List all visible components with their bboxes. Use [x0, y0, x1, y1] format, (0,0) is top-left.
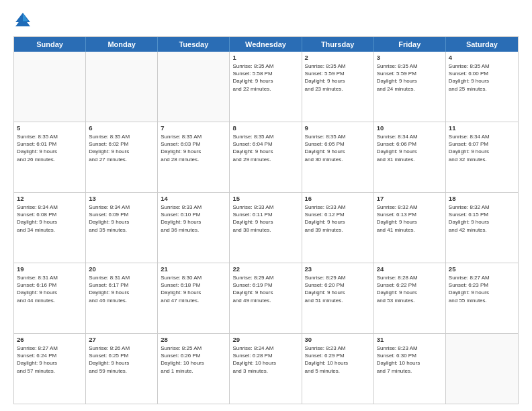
day-cell-14: 14Sunrise: 8:33 AM Sunset: 6:10 PM Dayli… [158, 193, 230, 263]
day-number: 19 [17, 265, 83, 273]
day-text: Sunrise: 8:29 AM Sunset: 6:19 PM Dayligh… [232, 274, 298, 304]
day-number: 12 [17, 195, 83, 202]
day-cell-24: 24Sunrise: 8:28 AM Sunset: 6:22 PM Dayli… [374, 263, 446, 333]
header-day-friday: Friday [374, 37, 446, 52]
logo-icon [13, 11, 32, 30]
day-number: 25 [449, 265, 515, 273]
day-text: Sunrise: 8:34 AM Sunset: 6:08 PM Dayligh… [17, 203, 83, 234]
day-cell-2: 2Sunrise: 8:35 AM Sunset: 5:59 PM Daylig… [302, 52, 374, 122]
day-cell-25: 25Sunrise: 8:27 AM Sunset: 6:23 PM Dayli… [446, 263, 518, 333]
day-cell-31: 31Sunrise: 8:23 AM Sunset: 6:30 PM Dayli… [374, 334, 446, 404]
day-cell-1: 1Sunrise: 8:35 AM Sunset: 5:58 PM Daylig… [230, 52, 302, 122]
day-number: 29 [232, 336, 298, 343]
day-cell-30: 30Sunrise: 8:23 AM Sunset: 6:29 PM Dayli… [302, 334, 374, 404]
day-number: 15 [232, 195, 298, 202]
day-number: 9 [305, 124, 371, 132]
day-text: Sunrise: 8:32 AM Sunset: 6:15 PM Dayligh… [449, 203, 515, 234]
logo [13, 11, 35, 30]
day-text: Sunrise: 8:27 AM Sunset: 6:23 PM Dayligh… [449, 274, 515, 304]
header-day-thursday: Thursday [302, 37, 374, 52]
calendar-body: 1Sunrise: 8:35 AM Sunset: 5:58 PM Daylig… [14, 52, 518, 404]
day-cell-5: 5Sunrise: 8:35 AM Sunset: 6:01 PM Daylig… [14, 122, 86, 192]
day-text: Sunrise: 8:33 AM Sunset: 6:11 PM Dayligh… [232, 203, 298, 234]
day-number: 7 [161, 124, 226, 132]
calendar: SundayMondayTuesdayWednesdayThursdayFrid… [13, 36, 519, 404]
day-cell-26: 26Sunrise: 8:27 AM Sunset: 6:24 PM Dayli… [14, 334, 86, 404]
day-number: 23 [305, 265, 371, 273]
day-cell-17: 17Sunrise: 8:32 AM Sunset: 6:13 PM Dayli… [374, 193, 446, 263]
day-number: 18 [449, 195, 515, 202]
day-number: 11 [449, 124, 515, 132]
day-cell-9: 9Sunrise: 8:35 AM Sunset: 6:05 PM Daylig… [302, 122, 374, 192]
day-text: Sunrise: 8:33 AM Sunset: 6:12 PM Dayligh… [305, 203, 371, 234]
day-cell-27: 27Sunrise: 8:26 AM Sunset: 6:25 PM Dayli… [86, 334, 158, 404]
day-text: Sunrise: 8:24 AM Sunset: 6:28 PM Dayligh… [232, 345, 298, 375]
day-number: 16 [305, 195, 371, 202]
day-text: Sunrise: 8:34 AM Sunset: 6:09 PM Dayligh… [89, 203, 154, 234]
calendar-row-2: 12Sunrise: 8:34 AM Sunset: 6:08 PM Dayli… [14, 192, 518, 263]
header-day-monday: Monday [86, 37, 158, 52]
day-number: 26 [17, 336, 83, 343]
day-cell-22: 22Sunrise: 8:29 AM Sunset: 6:19 PM Dayli… [230, 263, 302, 333]
calendar-row-1: 5Sunrise: 8:35 AM Sunset: 6:01 PM Daylig… [14, 122, 518, 192]
day-text: Sunrise: 8:25 AM Sunset: 6:26 PM Dayligh… [161, 345, 226, 375]
day-text: Sunrise: 8:35 AM Sunset: 6:04 PM Dayligh… [232, 133, 298, 163]
day-number: 21 [161, 265, 226, 273]
day-cell-21: 21Sunrise: 8:30 AM Sunset: 6:18 PM Dayli… [158, 263, 230, 333]
day-number: 28 [161, 336, 226, 343]
day-cell-28: 28Sunrise: 8:25 AM Sunset: 6:26 PM Dayli… [158, 334, 230, 404]
day-number: 22 [232, 265, 298, 273]
day-number: 31 [377, 336, 443, 343]
day-number: 5 [17, 124, 83, 132]
header-day-saturday: Saturday [446, 37, 518, 52]
day-text: Sunrise: 8:35 AM Sunset: 6:00 PM Dayligh… [449, 62, 515, 93]
day-number: 30 [305, 336, 371, 343]
calendar-row-3: 19Sunrise: 8:31 AM Sunset: 6:16 PM Dayli… [14, 263, 518, 333]
day-cell-13: 13Sunrise: 8:34 AM Sunset: 6:09 PM Dayli… [86, 193, 158, 263]
day-text: Sunrise: 8:31 AM Sunset: 6:17 PM Dayligh… [89, 274, 154, 304]
day-text: Sunrise: 8:27 AM Sunset: 6:24 PM Dayligh… [17, 345, 83, 375]
day-cell-19: 19Sunrise: 8:31 AM Sunset: 6:16 PM Dayli… [14, 263, 86, 333]
day-text: Sunrise: 8:35 AM Sunset: 6:03 PM Dayligh… [161, 133, 226, 163]
day-cell-empty-0-2 [158, 52, 230, 122]
day-text: Sunrise: 8:33 AM Sunset: 6:10 PM Dayligh… [161, 203, 226, 234]
day-cell-10: 10Sunrise: 8:34 AM Sunset: 6:06 PM Dayli… [374, 122, 446, 192]
day-text: Sunrise: 8:32 AM Sunset: 6:13 PM Dayligh… [377, 203, 443, 234]
day-text: Sunrise: 8:35 AM Sunset: 5:59 PM Dayligh… [377, 62, 443, 93]
calendar-row-4: 26Sunrise: 8:27 AM Sunset: 6:24 PM Dayli… [14, 333, 518, 404]
day-text: Sunrise: 8:35 AM Sunset: 6:01 PM Dayligh… [17, 133, 83, 163]
header-day-sunday: Sunday [14, 37, 86, 52]
day-number: 6 [89, 124, 154, 132]
day-cell-empty-0-1 [86, 52, 158, 122]
calendar-row-0: 1Sunrise: 8:35 AM Sunset: 5:58 PM Daylig… [14, 52, 518, 122]
day-number: 10 [377, 124, 443, 132]
day-number: 3 [377, 54, 443, 61]
header-day-wednesday: Wednesday [230, 37, 302, 52]
day-text: Sunrise: 8:30 AM Sunset: 6:18 PM Dayligh… [161, 274, 226, 304]
day-cell-12: 12Sunrise: 8:34 AM Sunset: 6:08 PM Dayli… [14, 193, 86, 263]
day-cell-16: 16Sunrise: 8:33 AM Sunset: 6:12 PM Dayli… [302, 193, 374, 263]
day-text: Sunrise: 8:23 AM Sunset: 6:29 PM Dayligh… [305, 345, 371, 375]
day-cell-6: 6Sunrise: 8:35 AM Sunset: 6:02 PM Daylig… [86, 122, 158, 192]
day-cell-23: 23Sunrise: 8:29 AM Sunset: 6:20 PM Dayli… [302, 263, 374, 333]
day-text: Sunrise: 8:35 AM Sunset: 6:02 PM Dayligh… [89, 133, 154, 163]
header-day-tuesday: Tuesday [158, 37, 230, 52]
day-text: Sunrise: 8:31 AM Sunset: 6:16 PM Dayligh… [17, 274, 83, 304]
calendar-header: SundayMondayTuesdayWednesdayThursdayFrid… [14, 37, 518, 52]
day-cell-29: 29Sunrise: 8:24 AM Sunset: 6:28 PM Dayli… [230, 334, 302, 404]
day-text: Sunrise: 8:35 AM Sunset: 6:05 PM Dayligh… [305, 133, 371, 163]
day-cell-4: 4Sunrise: 8:35 AM Sunset: 6:00 PM Daylig… [446, 52, 518, 122]
day-cell-18: 18Sunrise: 8:32 AM Sunset: 6:15 PM Dayli… [446, 193, 518, 263]
page: SundayMondayTuesdayWednesdayThursdayFrid… [0, 0, 532, 411]
day-number: 24 [377, 265, 443, 273]
day-text: Sunrise: 8:35 AM Sunset: 5:59 PM Dayligh… [305, 62, 371, 93]
day-text: Sunrise: 8:28 AM Sunset: 6:22 PM Dayligh… [377, 274, 443, 304]
day-number: 1 [232, 54, 298, 61]
day-cell-empty-4-6 [446, 334, 518, 404]
day-text: Sunrise: 8:34 AM Sunset: 6:06 PM Dayligh… [377, 133, 443, 163]
day-number: 27 [89, 336, 154, 343]
day-number: 13 [89, 195, 154, 202]
header [13, 11, 519, 30]
day-text: Sunrise: 8:23 AM Sunset: 6:30 PM Dayligh… [377, 345, 443, 375]
day-cell-7: 7Sunrise: 8:35 AM Sunset: 6:03 PM Daylig… [158, 122, 230, 192]
